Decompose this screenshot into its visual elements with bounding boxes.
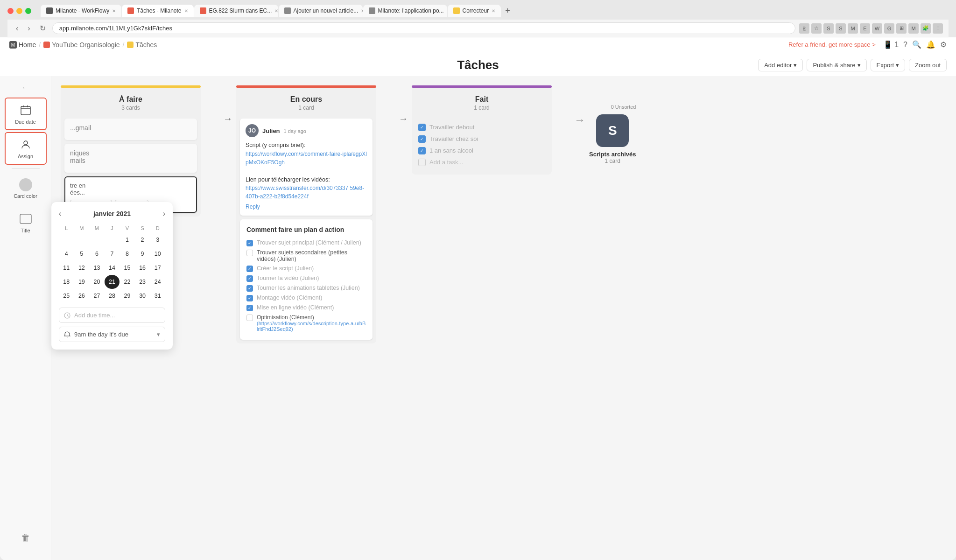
cal-day-5[interactable]: 5 [74,247,90,261]
cal-time-input[interactable]: Add due time... [59,308,165,323]
ext5[interactable]: W [872,23,882,34]
scripts-icon[interactable]: S [596,114,629,147]
cal-day-31[interactable]: 31 [150,289,165,303]
help-icon[interactable]: ? [903,41,907,49]
cal-day-21-today[interactable]: 21 [105,275,120,289]
tab-close-2[interactable]: ✕ [274,8,278,14]
forward-button[interactable]: › [25,23,33,34]
cal-day-24[interactable]: 24 [150,275,165,289]
export-btn[interactable]: Export ▾ [871,59,906,71]
cal-day-10[interactable]: 10 [150,247,165,261]
sidebar-item-due-date[interactable]: Due date [5,98,47,130]
checkbox-4[interactable]: ✓ [246,285,253,292]
browser-tab-4[interactable]: Milanote: l'application po... ✕ [363,5,447,17]
traffic-red[interactable] [7,8,14,14]
browser-tab-2[interactable]: EG.822 Slurm dans EC... ✕ [194,5,278,17]
cal-day-26[interactable]: 26 [74,289,90,303]
cal-day-17[interactable]: 17 [150,261,165,275]
settings-icon[interactable]: ⚙ [940,40,947,49]
checkbox-1[interactable] [246,250,253,256]
breadcrumb-page[interactable]: Tâches [127,41,157,49]
menu-icon[interactable]: ⋮ [933,23,943,34]
cal-day-4[interactable]: 4 [59,247,74,261]
cal-prev-btn[interactable]: ‹ [59,210,61,218]
cal-day-27[interactable]: 27 [89,289,105,303]
checkbox-0[interactable]: ✓ [246,240,253,246]
search-icon[interactable]: 🔍 [912,40,921,49]
cal-day-2[interactable]: 2 [135,233,150,247]
cal-day-8[interactable]: 8 [120,247,135,261]
reload-button[interactable]: ↻ [37,23,49,34]
cal-next-btn[interactable]: › [163,210,165,218]
bell-icon[interactable]: 🔔 [926,40,935,49]
back-button[interactable]: ‹ [13,23,21,34]
checkbox-5[interactable]: ✓ [246,295,253,301]
add-editor-btn[interactable]: Add editor ▾ [758,59,803,71]
sidebar-item-assign[interactable]: Assign [5,132,47,165]
tab-close-5[interactable]: ✕ [492,8,495,14]
browser-tab-1[interactable]: Tâches - Milanote ✕ [122,5,193,17]
checkbox-7[interactable] [246,315,253,321]
cal-day-11[interactable]: 11 [59,261,74,275]
checkbox-6[interactable]: ✓ [246,305,253,311]
julien-link1[interactable]: https://workflowy.com/s/comment-faire-ip… [246,150,367,167]
traffic-yellow[interactable] [16,8,22,14]
cal-day-19[interactable]: 19 [74,275,90,289]
tab-close-3[interactable]: ✕ [361,8,362,14]
puzzle-icon[interactable]: 🧩 [921,23,931,34]
refer-link[interactable]: Refer a friend, get more space > [788,41,876,48]
cal-day-1[interactable]: 1 [120,233,135,247]
sidebar-item-title[interactable]: Title [5,206,47,239]
cal-day-23[interactable]: 23 [135,275,150,289]
tab-close-0[interactable]: ✕ [112,8,116,14]
checkbox-3[interactable]: ✓ [246,275,253,282]
cal-reminder[interactable]: 9am the day it's due ▾ [59,327,165,342]
traffic-green[interactable] [25,8,31,14]
ext8[interactable]: M [908,23,919,34]
cal-day-14[interactable]: 14 [105,261,120,275]
browser-tab-3[interactable]: Ajouter un nouvel article... ✕ [279,5,363,17]
publish-share-btn[interactable]: Publish & share ▾ [807,59,866,71]
fait-checkbox-1[interactable]: ✓ [418,135,426,143]
ext7[interactable]: ⊞ [896,23,907,34]
plan-action-card[interactable]: Comment faire un plan d action ✓ Trouver… [240,219,373,340]
fait-add-checkbox[interactable] [418,159,426,166]
cal-day-20[interactable]: 20 [89,275,105,289]
fait-checkbox-0[interactable]: ✓ [418,124,426,131]
checkbox-2[interactable]: ✓ [246,266,253,272]
zoom-out-btn[interactable]: Zoom out [909,59,947,71]
cal-day-25[interactable]: 25 [59,289,74,303]
ext2[interactable]: S [836,23,846,34]
cal-day-30[interactable]: 30 [135,289,150,303]
cal-day-6[interactable]: 6 [89,247,105,261]
fait-checkbox-2[interactable]: ✓ [418,147,426,154]
tab-close-1[interactable]: ✕ [184,8,188,14]
cal-day-22[interactable]: 22 [120,275,135,289]
julien-link2[interactable]: https://www.swisstransfer.com/d/3073337 … [246,184,367,201]
cal-day-15[interactable]: 15 [120,261,135,275]
address-bar[interactable]: app.milanote.com/1L1MLy1Gk7skIF/tches [52,22,795,34]
cal-day-16[interactable]: 16 [135,261,150,275]
cal-day-7[interactable]: 7 [105,247,120,261]
tablet-icon[interactable]: 📱 1 [883,40,899,49]
sidebar-collapse-btn[interactable]: ← [22,84,29,92]
trash-icon[interactable]: 🗑 [21,532,30,543]
star-icon[interactable]: ☆ [811,23,822,34]
sidebar-item-card-color[interactable]: Card color [5,173,47,204]
cal-day-28[interactable]: 28 [105,289,120,303]
breadcrumb-section[interactable]: YouTube Organisologie [43,41,120,49]
cal-day-18[interactable]: 18 [59,275,74,289]
ext6[interactable]: G [884,23,894,34]
browser-tab-0[interactable]: Milanote - WorkFlowy ✕ [41,5,121,17]
cal-day-29[interactable]: 29 [120,289,135,303]
julien-reply[interactable]: Reply [246,203,367,210]
ext3[interactable]: M [848,23,858,34]
browser-tab-5[interactable]: Correcteur ✕ [448,5,501,17]
cal-day-13[interactable]: 13 [89,261,105,275]
tab-close-4[interactable]: ✕ [447,8,447,14]
breadcrumb-home[interactable]: M Home [9,41,36,49]
cal-day-12[interactable]: 12 [74,261,90,275]
ext1[interactable]: S [823,23,834,34]
screen-icon[interactable]: ⎘ [799,23,809,34]
cal-day-9[interactable]: 9 [135,247,150,261]
